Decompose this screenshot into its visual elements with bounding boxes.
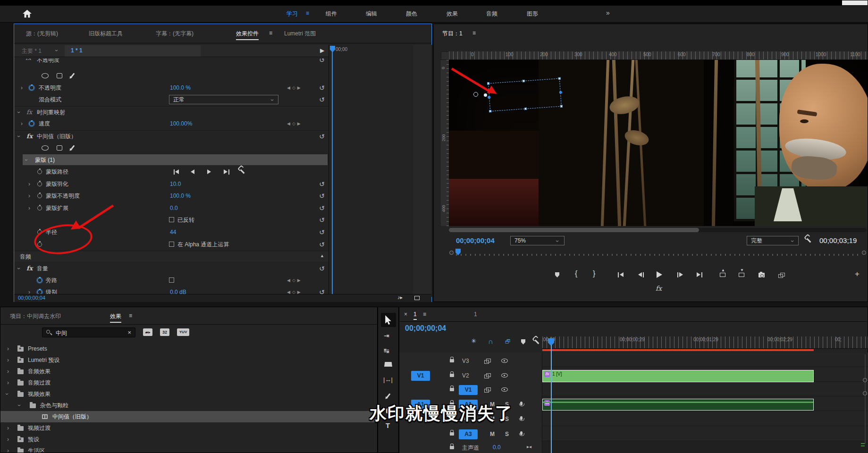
mask-vertex[interactable] bbox=[488, 96, 490, 99]
stopwatch-icon[interactable] bbox=[29, 121, 34, 126]
tree-row-video-transitions[interactable]: › 视频过渡 bbox=[0, 422, 377, 434]
param-value[interactable]: 100.0 % bbox=[170, 82, 191, 93]
monitor-ruler-labels[interactable]: 010020030040050060070080090010001100 bbox=[449, 51, 868, 60]
play-round-trip-icon[interactable]: ▶ bbox=[320, 47, 324, 54]
mute-button[interactable]: M bbox=[490, 431, 495, 437]
track-name[interactable]: V2 bbox=[462, 372, 469, 379]
effect-name-label[interactable]: 时间重映射 bbox=[37, 107, 65, 118]
mask-anchor-dot[interactable] bbox=[484, 93, 487, 97]
zoom-level-dropdown[interactable]: 75% › bbox=[510, 236, 565, 245]
audio-clip[interactable]: fx bbox=[542, 399, 814, 411]
expand-chevron[interactable]: › bbox=[28, 202, 30, 214]
button-editor-plus[interactable]: + bbox=[855, 269, 860, 279]
slip-tool[interactable]: |↔| bbox=[383, 376, 393, 383]
reset-icon[interactable]: ↺ bbox=[319, 82, 325, 93]
collapse-chevron[interactable]: › bbox=[16, 268, 22, 269]
play-button[interactable] bbox=[657, 271, 662, 278]
lock-icon[interactable] bbox=[450, 388, 454, 391]
lift-icon[interactable] bbox=[720, 273, 725, 277]
effects-search-box[interactable]: 中间 × bbox=[42, 327, 135, 337]
voiceover-mic-icon[interactable] bbox=[520, 402, 522, 405]
voiceover-mic-icon[interactable] bbox=[520, 416, 522, 420]
workspace-overflow-chevron[interactable]: » bbox=[606, 9, 610, 17]
tree-row-lumetri-presets[interactable]: › ★ Lumetri 预设 bbox=[0, 354, 377, 366]
expand-chevron[interactable]: › bbox=[7, 343, 9, 354]
timeline-v-scroll-handle[interactable] bbox=[863, 378, 867, 382]
tab-legacy-title[interactable]: 旧版标题工具 bbox=[89, 30, 123, 38]
alpha-checkbox[interactable] bbox=[169, 242, 174, 247]
tree-row-audio-transitions[interactable]: › 音频过渡 bbox=[0, 377, 377, 388]
tree-row-presets-2[interactable]: › ★ 预设 bbox=[0, 434, 377, 445]
lock-icon[interactable] bbox=[450, 432, 454, 436]
play-audio-icon[interactable]: ♪▸ bbox=[397, 294, 403, 301]
reset-icon[interactable]: ↺ bbox=[319, 94, 325, 105]
lock-icon[interactable] bbox=[450, 446, 454, 449]
track-target-badge[interactable]: A3 bbox=[459, 429, 478, 439]
effect-name-label[interactable]: 中间值（旧版） bbox=[37, 131, 76, 142]
source-patch-badge[interactable]: V1 bbox=[411, 371, 430, 381]
add-marker-icon[interactable] bbox=[555, 272, 559, 277]
pen-mask-icon[interactable] bbox=[70, 73, 75, 78]
master-volume-value[interactable]: 0.0 bbox=[493, 444, 501, 451]
workspace-tab-learn[interactable]: 学习 bbox=[287, 10, 298, 18]
rect-mask-icon[interactable] bbox=[57, 145, 62, 151]
search-input[interactable]: 中间 bbox=[56, 329, 67, 337]
mark-out-icon[interactable]: } bbox=[593, 269, 595, 278]
keyframe-nav-icons[interactable]: ▸◂ bbox=[527, 444, 531, 449]
expand-chevron[interactable]: › bbox=[21, 118, 23, 129]
blend-mode-dropdown[interactable]: 正常 › bbox=[169, 95, 278, 104]
collapse-chevron[interactable]: › bbox=[4, 393, 10, 395]
collapse-chevron[interactable]: › bbox=[16, 135, 22, 137]
reset-icon[interactable]: ↺ bbox=[319, 190, 325, 201]
tree-row-presets[interactable]: › ★ Presets bbox=[0, 343, 377, 354]
solo-button[interactable]: S bbox=[505, 431, 509, 437]
lock-icon[interactable] bbox=[450, 374, 454, 377]
mask-anchor-circle[interactable] bbox=[473, 92, 478, 97]
mask-handle[interactable] bbox=[522, 80, 525, 82]
razor-tool[interactable] bbox=[384, 362, 392, 367]
frame-back-icon[interactable] bbox=[191, 169, 194, 174]
monitor-timecode[interactable]: 00;00;00;04 bbox=[456, 236, 495, 244]
track-output-eye-icon[interactable] bbox=[501, 387, 508, 392]
scrubber-handle-right[interactable] bbox=[862, 251, 866, 255]
collapse-chevron[interactable]: › bbox=[16, 404, 23, 406]
fx-overlay-badge[interactable]: fx bbox=[656, 285, 662, 292]
inverted-checkbox[interactable] bbox=[169, 217, 174, 222]
collapse-chevron[interactable]: › bbox=[23, 159, 30, 161]
go-to-out-icon[interactable] bbox=[701, 272, 702, 277]
tree-row-noise-grain[interactable]: › 杂色与颗粒 bbox=[0, 400, 377, 411]
timeline-v-scroll-track[interactable] bbox=[865, 354, 866, 444]
scrubber-handle-left[interactable] bbox=[449, 251, 454, 255]
add-marker-icon[interactable] bbox=[521, 339, 525, 344]
mask-handle[interactable] bbox=[489, 110, 491, 112]
step-forward-icon[interactable] bbox=[679, 272, 683, 277]
fx-row-mask-1[interactable]: › 蒙版 (1) bbox=[14, 154, 329, 166]
master-clip-label[interactable]: 主要 * 1 bbox=[22, 47, 42, 55]
expand-chevron[interactable]: › bbox=[7, 422, 9, 434]
workspace-tab-graphics[interactable]: 图形 bbox=[527, 10, 538, 18]
comparison-view-icon[interactable] bbox=[778, 273, 785, 278]
track-name[interactable]: V3 bbox=[462, 358, 469, 364]
param-value[interactable]: 0.0 bbox=[170, 202, 178, 214]
sequence-tab-close[interactable]: × bbox=[404, 311, 407, 318]
reset-icon[interactable]: ↺ bbox=[319, 178, 325, 190]
workspace-tab-effects[interactable]: 效果 bbox=[447, 10, 458, 18]
tab-effects[interactable]: 效果 bbox=[110, 312, 121, 323]
tab-lumetri-scopes[interactable]: Lumetri 范围 bbox=[284, 30, 316, 38]
reset-icon[interactable]: ↺ bbox=[319, 131, 325, 142]
expand-chevron[interactable]: › bbox=[21, 82, 23, 93]
timeline-ruler[interactable]: ;00;0000;00;00;2900;00;01;2900;00;02;290… bbox=[542, 336, 868, 349]
lock-icon[interactable] bbox=[450, 359, 454, 362]
expand-chevron[interactable]: › bbox=[7, 354, 9, 366]
ripple-edit-tool[interactable]: ↹ bbox=[384, 347, 389, 354]
timeline-timecode[interactable]: 00;00;00;04 bbox=[405, 324, 446, 333]
chevron-down-icon[interactable]: › bbox=[53, 50, 60, 51]
panel-menu-icon[interactable]: ≡ bbox=[129, 312, 132, 319]
tree-row-life-zone[interactable]: › 生活区 bbox=[0, 445, 377, 453]
tab-captions[interactable]: 字幕：(无字幕) bbox=[156, 30, 194, 38]
step-forward-icon[interactable] bbox=[677, 272, 678, 277]
monitor-settings-icon[interactable] bbox=[807, 238, 811, 243]
ellipse-mask-icon[interactable] bbox=[42, 145, 49, 151]
pen-tool[interactable] bbox=[386, 393, 391, 398]
track-mask-back-icon[interactable] bbox=[175, 169, 179, 174]
